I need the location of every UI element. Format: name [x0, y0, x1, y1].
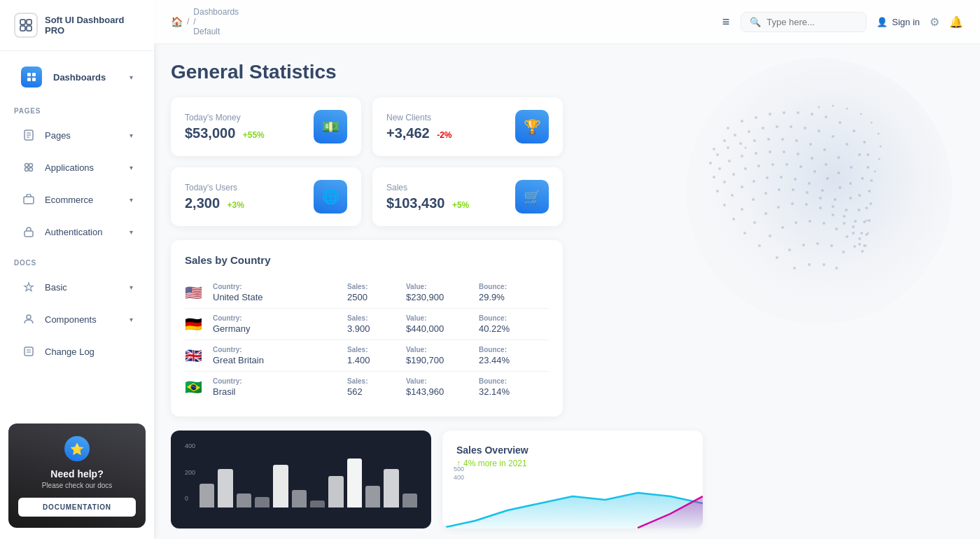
- svg-point-64: [713, 176, 715, 178]
- sidebar-item-applications[interactable]: Applications ▾: [7, 153, 147, 182]
- stat-users-label: Today's Users: [185, 183, 244, 192]
- svg-point-30: [825, 115, 827, 118]
- bounce-gb: Bounce: 23.44%: [479, 346, 549, 365]
- svg-point-71: [797, 153, 799, 155]
- sidebar-item-dashboards[interactable]: Dashboards ▾: [7, 59, 147, 94]
- bar: [347, 458, 362, 507]
- sidebar-item-ecommerce[interactable]: Ecommerce ▾: [7, 185, 147, 214]
- search-icon: 🔍: [750, 17, 761, 27]
- svg-point-72: [811, 157, 813, 160]
- svg-point-54: [767, 138, 770, 141]
- stat-clients-value: +3,462: [386, 125, 430, 141]
- svg-point-79: [716, 190, 719, 192]
- topbar-right: 🔍 👤 Sign in ⚙ 🔔: [741, 12, 963, 32]
- svg-point-158: [880, 146, 882, 148]
- stat-sales-value: $103,430: [386, 195, 444, 211]
- svg-point-140: [853, 245, 856, 248]
- breadcrumb-default-link[interactable]: Default: [193, 27, 239, 36]
- svg-point-127: [819, 206, 822, 209]
- dashboards-label: Dashboards: [53, 72, 106, 83]
- svg-point-161: [866, 220, 868, 222]
- stat-card-users: Today's Users 2,300 +3% 🌐: [171, 167, 361, 226]
- logo-icon: [14, 13, 38, 38]
- ecommerce-icon: [21, 192, 36, 207]
- sidebar-item-basic[interactable]: Basic ▾: [7, 272, 147, 302]
- svg-point-93: [865, 233, 868, 236]
- stat-money-info: Today's Money $53,000 +55%: [185, 113, 265, 141]
- svg-rect-17: [24, 231, 33, 237]
- svg-point-27: [783, 111, 785, 114]
- svg-point-38: [748, 130, 750, 133]
- docs-section-label: DOCS: [0, 248, 154, 271]
- svg-point-28: [797, 111, 799, 114]
- account-icon: 👤: [876, 17, 888, 27]
- svg-rect-0: [20, 20, 25, 24]
- flag-us: 🇺🇸: [185, 284, 210, 301]
- sidebar-item-authentication[interactable]: Authentication ▾: [7, 217, 147, 246]
- basic-chevron: ▾: [130, 284, 133, 291]
- svg-point-105: [854, 220, 857, 223]
- svg-rect-4: [27, 73, 31, 76]
- stat-card-money: Today's Money $53,000 +55% 💵: [171, 97, 361, 156]
- svg-point-68: [755, 152, 757, 155]
- sales-country-title: Sales by Country: [185, 254, 549, 266]
- settings-icon[interactable]: ⚙: [930, 15, 939, 29]
- bell-icon[interactable]: 🔔: [949, 15, 963, 29]
- svg-point-34: [867, 153, 869, 156]
- svg-point-56: [795, 139, 798, 142]
- sidebar: Soft UI Dashboard PRO Dashboards ▾ PAGES: [0, 0, 154, 539]
- flag-de: 🇩🇪: [185, 316, 210, 332]
- svg-point-47: [867, 166, 869, 169]
- sidebar-item-changelog[interactable]: Change Log: [7, 337, 147, 366]
- table-row: 🇬🇧 Country: Great Britain Sales: 1.400 V…: [185, 340, 549, 372]
- bar-chart-card: 400 200 0: [171, 430, 431, 528]
- svg-point-101: [808, 182, 811, 185]
- stat-clients-change: -2%: [437, 130, 451, 140]
- stat-users-info: Today's Users 2,300 +3%: [185, 183, 244, 211]
- svg-point-92: [863, 220, 866, 223]
- svg-point-14: [25, 168, 29, 172]
- signin-button[interactable]: 👤 Sign in: [876, 17, 920, 27]
- svg-point-155: [860, 113, 862, 115]
- svg-point-73: [825, 163, 827, 166]
- sidebar-item-pages[interactable]: Pages ▾: [7, 120, 147, 150]
- country-gb: Country: Great Britain: [213, 346, 344, 365]
- svg-point-29: [811, 113, 813, 115]
- svg-point-45: [846, 143, 848, 146]
- value-us: Value: $230,900: [406, 283, 476, 302]
- svg-point-40: [776, 125, 778, 128]
- help-star-icon: ⭐: [64, 436, 90, 461]
- ecommerce-label: Ecommerce: [45, 195, 93, 205]
- svg-point-126: [805, 203, 808, 206]
- breadcrumb-dashboards[interactable]: Dashboards: [193, 7, 239, 17]
- table-row: 🇧🇷 Country: Brasil Sales: 562 Value: $14…: [185, 372, 549, 402]
- svg-point-152: [818, 106, 820, 108]
- svg-point-148: [808, 263, 811, 266]
- documentation-button[interactable]: DOCUMENTATION: [18, 498, 136, 517]
- svg-point-63: [869, 202, 872, 205]
- svg-rect-5: [32, 73, 36, 76]
- svg-point-149: [822, 263, 825, 266]
- svg-point-103: [834, 198, 836, 201]
- bar: [255, 497, 270, 507]
- stat-sales-icon: 🛒: [515, 180, 549, 214]
- authentication-chevron: ▾: [130, 228, 133, 236]
- svg-point-50: [716, 153, 719, 156]
- svg-point-86: [799, 165, 802, 168]
- y-label-0: 0: [185, 495, 195, 502]
- breadcrumb-sep1: /: [187, 17, 189, 27]
- sidebar-item-components[interactable]: Components ▾: [7, 304, 147, 334]
- svg-point-143: [802, 244, 805, 246]
- authentication-label: Authentication: [45, 227, 102, 237]
- svg-rect-6: [27, 78, 31, 81]
- breadcrumb-home-icon[interactable]: 🏠: [171, 16, 183, 27]
- svg-point-24: [741, 120, 743, 122]
- svg-rect-19: [24, 347, 33, 356]
- search-input[interactable]: [766, 17, 858, 27]
- bar: [273, 465, 288, 507]
- stats-grid: Today's Money $53,000 +55% 💵 New Clients…: [171, 97, 563, 226]
- svg-rect-16: [24, 197, 34, 204]
- svg-point-142: [788, 248, 791, 251]
- pages-label: Pages: [45, 130, 71, 141]
- menu-icon[interactable]: ≡: [722, 15, 730, 29]
